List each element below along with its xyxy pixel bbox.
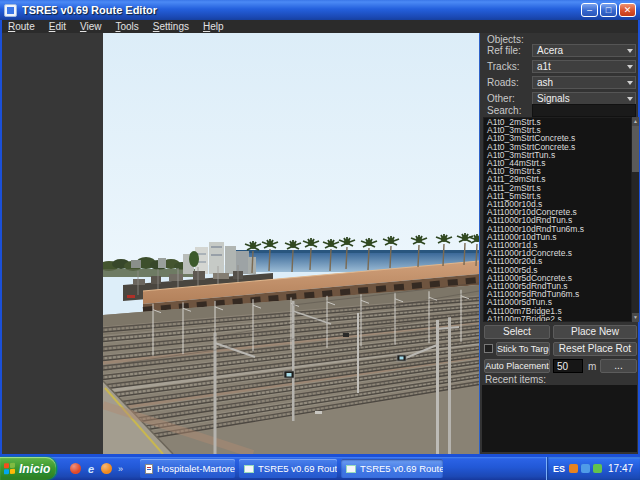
app-window-icon (346, 465, 356, 473)
other-label: Other: (487, 93, 515, 104)
roads-label: Roads: (487, 77, 519, 88)
maximize-button[interactable]: □ (600, 3, 617, 17)
ref-file-label: Ref file: (487, 45, 521, 56)
taskbar-task-2[interactable]: TSRE5 v0.69 Route E... (239, 459, 337, 478)
recent-items-box[interactable] (482, 385, 637, 452)
system-tray: ES 17:47 (546, 457, 640, 480)
tray-icons (569, 464, 602, 473)
objects-panel: Objects: Ref file: Acera Tracks: a1t Roa… (479, 33, 638, 454)
chevron-down-icon (627, 49, 633, 53)
app-icon (4, 4, 17, 17)
task-label: Hospitalet-Martorell ... (157, 463, 235, 474)
select-button[interactable]: Select (484, 325, 550, 339)
tracks-label: Tracks: (487, 61, 519, 72)
menu-item-help[interactable]: Help (203, 21, 224, 33)
tray-icon-blue[interactable] (581, 464, 590, 473)
opera-icon[interactable] (70, 463, 81, 474)
menu-item-route[interactable]: Route (8, 21, 35, 33)
taskbar: Inicio e» Hospitalet-Martorell ...TSRE5 … (0, 457, 640, 480)
quick-launch-overflow-chevron[interactable]: » (118, 464, 123, 474)
scroll-down-icon[interactable]: ▼ (632, 313, 639, 322)
desktop-screen: TSRE5 v0.69 Route Editor – □ ✕ RouteEdit… (0, 0, 640, 480)
close-button[interactable]: ✕ (619, 3, 636, 17)
taskbar-tasks: Hospitalet-Martorell ...TSRE5 v0.69 Rout… (140, 459, 443, 478)
language-indicator[interactable]: ES (553, 464, 565, 474)
start-label: Inicio (19, 462, 50, 476)
taskbar-clock[interactable]: 17:47 (608, 463, 633, 474)
app-window-icon (244, 465, 254, 473)
auto-placement-unit: m (588, 361, 596, 372)
place-new-button[interactable]: Place New (553, 325, 637, 339)
search-label: Search: (487, 105, 521, 116)
ref-file-select[interactable]: Acera (532, 44, 636, 57)
more-options-button[interactable]: ... (600, 359, 637, 373)
railway-scene (103, 33, 479, 454)
auto-placement-distance-input[interactable] (553, 359, 583, 373)
chevron-down-icon (627, 65, 633, 69)
asset-list-scrollbar[interactable]: ▲ ▼ (632, 117, 639, 322)
firefox-icon[interactable] (101, 463, 112, 474)
stick-to-target-checkbox[interactable] (484, 344, 493, 353)
menu-item-settings[interactable]: Settings (153, 21, 189, 33)
scroll-up-icon[interactable]: ▲ (632, 117, 639, 126)
stick-to-target-button[interactable]: Stick To Target (496, 342, 550, 356)
menu-item-edit[interactable]: Edit (49, 21, 66, 33)
start-button[interactable]: Inicio (0, 457, 56, 480)
recent-items-label: Recent items: (485, 374, 546, 385)
internet-explorer-icon[interactable]: e (85, 463, 97, 475)
scrollbar-thumb[interactable] (632, 126, 639, 172)
tray-icon-green[interactable] (593, 464, 602, 473)
roads-select[interactable]: ash (532, 76, 636, 89)
taskbar-task-1[interactable]: Hospitalet-Martorell ... (140, 459, 235, 478)
taskbar-task-3[interactable]: TSRE5 v0.69 Route E... (341, 459, 443, 478)
reset-place-rot-button[interactable]: Reset Place Rot (553, 342, 637, 356)
menu-item-view[interactable]: View (80, 21, 102, 33)
task-label: TSRE5 v0.69 Route E... (258, 463, 337, 474)
chevron-down-icon (627, 97, 633, 101)
viewport-3d-scene[interactable] (103, 33, 479, 454)
objects-header: Objects: (487, 34, 524, 45)
tray-icon-orange[interactable] (569, 464, 578, 473)
auto-placement-button[interactable]: Auto Placement (484, 359, 550, 373)
task-label: TSRE5 v0.69 Route E... (360, 463, 443, 474)
menu-bar: RouteEditViewToolsSettingsHelp (2, 20, 638, 33)
left-empty-strip (2, 33, 103, 454)
search-input[interactable] (532, 104, 636, 117)
window-titlebar[interactable]: TSRE5 v0.69 Route Editor – □ ✕ (0, 0, 640, 20)
menu-item-tools[interactable]: Tools (115, 21, 138, 33)
window-title: TSRE5 v0.69 Route Editor (22, 4, 581, 16)
asset-list[interactable]: A1t0_2mStrt.sA1t0_3mStrt.sA1t0_3mStrtCon… (483, 117, 632, 322)
quick-launch-bar: e» (62, 457, 123, 480)
tracks-select[interactable]: a1t (532, 60, 636, 73)
asset-list-item[interactable]: A1t100m7Bridge2.s (487, 315, 631, 322)
document-icon (145, 464, 153, 474)
chevron-down-icon (627, 81, 633, 85)
windows-logo-icon (4, 462, 16, 475)
minimize-button[interactable]: – (581, 3, 598, 17)
